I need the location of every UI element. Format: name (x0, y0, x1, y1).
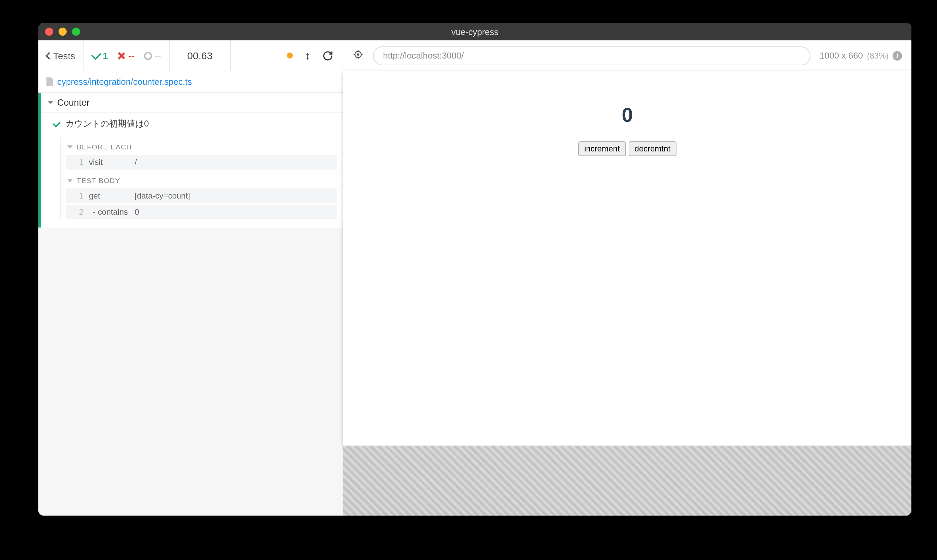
suite-header[interactable]: Counter (41, 93, 343, 113)
window-title: vue-cypress (38, 26, 911, 37)
suite-name: Counter (57, 98, 89, 108)
reporter-toolbar: Tests 1 -- -- (38, 40, 343, 71)
pass-count: 1 (92, 50, 108, 61)
circle-icon (144, 51, 152, 60)
reload-button[interactable] (322, 50, 333, 61)
url-bar[interactable]: http://localhost:3000/ (373, 46, 810, 65)
selector-playground-button[interactable] (353, 49, 363, 62)
test-body-header[interactable]: TEST BODY (61, 171, 343, 187)
back-to-tests-button[interactable]: Tests (46, 50, 75, 61)
caret-down-icon (67, 145, 73, 148)
app-under-test: 0 increment decremtnt (343, 71, 911, 446)
command-row[interactable]: 1 get [data-cy=count] (66, 188, 337, 203)
command-row[interactable]: 2 - contains 0 (66, 205, 337, 219)
preview-toolbar: http://localhost:3000/ 1000 x 660 (83%) … (343, 40, 911, 71)
check-icon (91, 49, 101, 60)
spec-file-path: cypress/integration/counter.spec.ts (57, 77, 192, 87)
status-dot-icon (287, 52, 293, 58)
preview-area: 0 increment decremtnt (343, 71, 911, 515)
overflow-area (343, 446, 911, 515)
viewport-scale: (83%) (867, 51, 889, 60)
info-icon[interactable]: i (892, 51, 902, 60)
viewport-size: 1000 x 660 (820, 51, 863, 61)
back-label: Tests (53, 50, 75, 61)
command-row[interactable]: 1 visit / (66, 155, 337, 169)
url-text: http://localhost:3000/ (383, 51, 464, 61)
svg-point-1 (357, 54, 359, 55)
fail-count: -- (117, 50, 135, 61)
test-title: カウントの初期値は0 (65, 118, 149, 130)
test-row[interactable]: カウントの初期値は0 (41, 113, 343, 135)
pending-count: -- (144, 50, 161, 61)
resize-icon[interactable]: ↕ (305, 49, 310, 62)
test-duration: 00.63 (178, 50, 222, 61)
before-each-header[interactable]: BEFORE EACH (61, 137, 343, 154)
chevron-left-icon (45, 52, 53, 60)
counter-value: 0 (622, 104, 633, 126)
viewport-info: 1000 x 660 (83%) i (820, 51, 902, 61)
reporter-pane: Tests 1 -- -- (38, 40, 343, 515)
app-window: vue-cypress Tests 1 (38, 23, 911, 515)
caret-down-icon (48, 101, 53, 104)
caret-down-icon (67, 179, 73, 182)
increment-button[interactable]: increment (578, 142, 626, 156)
check-icon (52, 119, 61, 127)
titlebar: vue-cypress (38, 23, 911, 40)
preview-pane: http://localhost:3000/ 1000 x 660 (83%) … (343, 40, 911, 515)
suite-block: Counter カウントの初期値は0 BEFORE EACH (38, 93, 343, 228)
x-icon (117, 51, 126, 60)
spec-file-row[interactable]: cypress/integration/counter.spec.ts (38, 71, 343, 93)
file-icon (46, 77, 53, 86)
decrement-button[interactable]: decremtnt (628, 142, 677, 156)
